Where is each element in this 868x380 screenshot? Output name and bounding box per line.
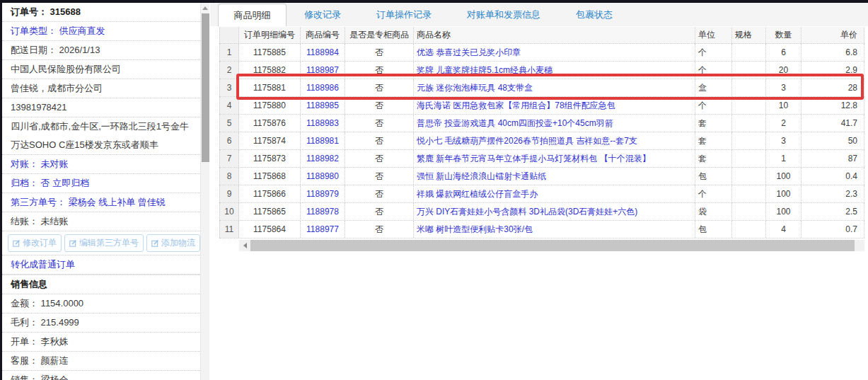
is-counter-product: 否 [345,221,414,238]
quantity: 2 [766,115,802,132]
quantity: 3 [766,132,802,149]
product-no-link[interactable]: 1188979 [301,185,345,202]
product-no-link[interactable]: 1188987 [301,62,345,79]
spec [732,185,766,202]
sidebar-scrollbar[interactable] [200,3,209,380]
table-row-11: 1111758641188977否米嘟 树叶造型便利贴卡30张/包包40.7 [219,221,864,238]
product-name-link[interactable]: 强恒 新山海经浪浪山镭射卡通贴纸 [414,168,695,185]
unit-price: 28 [802,79,864,96]
sidebar-field-contact-branch: 曾佳锐，成都市分公司 [2,79,200,98]
product-no-link[interactable]: 1188980 [301,168,345,185]
convert-to-normal-order-link[interactable]: 转化成普通订单 [2,255,200,275]
spec [732,44,766,61]
order-detail-no: 1175864 [239,221,301,238]
product-name-link[interactable]: 祥娥 爆款网红植绒公仔盲盒手办 [414,185,695,202]
product-no-link[interactable]: 1188985 [301,97,345,114]
order-detail-no: 1175885 [239,44,301,61]
order-info-sidebar: 订单号： 315688订单类型： 供应商直发配送日期： 2026/1/13中国人… [2,3,200,380]
edit-order-button[interactable]: 修改订单 [8,234,62,252]
product-name-link[interactable]: 悦小七 毛绒糖葫芦摆件2026春节拍照道具 吉祥如意--套7支 [414,132,695,149]
edit-order-label: 修改订单 [23,237,57,249]
product-name-link[interactable]: 繁鹿 新年春节元宵马年立体手提小马灯笼材料包 【十个混装】 [414,150,695,167]
quantity: 100 [766,168,802,185]
scroll-left-arrow-icon[interactable] [239,240,250,251]
column-header-spec: 规格 [732,27,766,43]
unit-price: 0.4 [802,168,864,185]
product-name-link[interactable]: 元族 迷你泡泡棒玩具 48支带盒 [414,79,695,96]
sidebar-field-archive[interactable]: 归档： 否 立即归档 [2,174,200,193]
unit: 个 [695,62,732,79]
edit-third-party-no-button[interactable]: 编辑第三方单号 [64,234,144,252]
tab-modification-log[interactable]: 修改记录 [287,4,359,26]
product-no-link[interactable]: 1188986 [301,79,345,96]
row-index: 3 [219,79,239,96]
row-index: 6 [219,132,239,149]
table-row-10: 1011758651188978否万兴 DIY石膏娃娃小号含颜料 3D礼品袋(3… [219,203,864,221]
detail-tabs: 商品明细 修改记录 订单操作记录 对账单和发票信息 包裹状态 [210,3,868,26]
unit: 包 [695,221,732,238]
unit-price: 6.8 [802,44,864,61]
tab-statement-invoice-info[interactable]: 对账单和发票信息 [449,4,558,26]
is-counter-product: 否 [345,62,414,79]
unit: 个 [695,185,732,202]
horizontal-scrollbar-thumb[interactable] [250,240,855,251]
spec [732,168,766,185]
table-horizontal-scrollbar[interactable] [239,240,864,251]
order-detail-no: 1175868 [239,168,301,185]
scroll-up-arrow-icon[interactable] [201,3,209,13]
unit-price: 2.5 [802,203,864,220]
is-counter-product: 否 [345,168,414,185]
product-no-link[interactable]: 1188981 [301,132,345,149]
product-name-link[interactable]: 奖牌 儿童奖牌挂牌5.1cm经典小麦穗 [414,62,695,79]
product-no-link[interactable]: 1188982 [301,150,345,167]
sidebar-scrollbar-thumb[interactable] [202,13,209,162]
is-counter-product: 否 [345,150,414,167]
unit: 个 [695,44,732,61]
row-index: 4 [219,97,239,114]
table-header-row: 订单明细编号商品编号是否是专柜商品商品名称单位规格数量单价 [219,27,864,44]
sidebar-field-delivery-date: 配送日期： 2026/1/13 [2,41,200,60]
product-name-link[interactable]: 海氏海诺 医用急救包家【常用组合】78组件配应急包 [414,97,695,114]
tab-package-status[interactable]: 包裹状态 [558,4,630,26]
product-name-link[interactable]: 普思帝 投壶游戏道具 40cm四面投壶+10个45cm羽箭 [414,115,695,132]
sales-fields: 金额： 1154.0000毛利： 215.4999开单： 李秋姝客服： 颜薪连销… [2,294,200,380]
column-header-row-index [219,27,239,43]
unit-price: 50 [802,132,864,149]
edit-icon [69,239,77,247]
sidebar-field-order-type: 订单类型： 供应商直发 [2,22,200,41]
is-counter-product: 否 [345,185,414,202]
add-logistics-button[interactable]: 添加物流 [146,234,200,252]
spec [732,221,766,238]
unit: 套 [695,150,732,167]
sidebar-field-third-party-no: 第三方单号： 梁杨会 线上补单 曾佳锐 [2,193,200,212]
is-counter-product: 否 [345,79,414,96]
table-body: 111758851188984否优选 恭喜过关已兑奖小印章个66.8211758… [219,44,864,238]
table-row-3: 311758811188986否元族 迷你泡泡棒玩具 48支带盒盒328 [219,79,864,97]
row-index: 7 [219,150,239,167]
tab-product-detail[interactable]: 商品明细 [218,4,287,26]
quantity: 20 [766,62,802,79]
product-no-link[interactable]: 1188977 [301,221,345,238]
sidebar-field-amount: 金额： 1154.0000 [2,294,200,313]
table-row-6: 611758741188981否悦小七 毛绒糖葫芦摆件2026春节拍照道具 吉祥… [219,132,864,150]
order-fields: 订单号： 315688订单类型： 供应商直发配送日期： 2026/1/13中国人… [2,3,200,231]
product-no-link[interactable]: 1188978 [301,203,345,220]
product-no-link[interactable]: 1188983 [301,115,345,132]
unit-price: 41.7 [802,115,864,132]
order-detail-no: 1175865 [239,203,301,220]
product-name-link[interactable]: 米嘟 树叶造型便利贴卡30张/包 [414,221,695,238]
table-row-7: 711758731188982否繁鹿 新年春节元宵马年立体手提小马灯笼材料包 【… [219,150,864,168]
unit-price: 2.9 [802,62,864,79]
row-index: 9 [219,185,239,202]
sidebar-field-reconciliation[interactable]: 对账： 未对账 [2,155,200,174]
product-name-link[interactable]: 万兴 DIY石膏娃娃小号含颜料 3D礼品袋(3D石膏娃娃+六色) [414,203,695,220]
product-name-link[interactable]: 优选 恭喜过关已兑奖小印章 [414,44,695,61]
product-no-link[interactable]: 1188984 [301,44,345,61]
quantity: 100 [766,203,802,220]
spec [732,132,766,149]
order-detail-no: 1175866 [239,185,301,202]
unit-price: 12.8 [802,97,864,114]
tab-order-operation-log[interactable]: 订单操作记录 [359,4,449,26]
row-index: 11 [219,221,239,238]
product-detail-table: 订单明细编号商品编号是否是专柜商品商品名称单位规格数量单价 1117588511… [219,27,864,251]
